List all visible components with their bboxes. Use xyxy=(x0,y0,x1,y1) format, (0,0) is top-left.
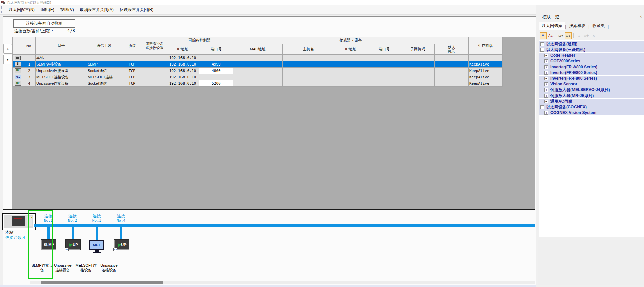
tree-item-2[interactable]: +Code Reader xyxy=(539,53,644,58)
cell-hostname[interactable] xyxy=(283,61,334,68)
cell-sensor-ip[interactable] xyxy=(334,80,367,87)
cell-comm-method[interactable]: Socket通信 xyxy=(87,80,121,87)
expand-icon[interactable]: + xyxy=(544,77,548,80)
cell-keepalive[interactable]: KeepAlive xyxy=(469,68,503,74)
expand-icon[interactable]: + xyxy=(544,54,548,57)
cell-model[interactable]: Unpassive连接设备 xyxy=(36,68,87,74)
expand-icon[interactable]: + xyxy=(544,82,548,86)
cell-plc-port[interactable] xyxy=(199,55,233,61)
tree-item-8[interactable]: +伺服放大器(MELSERVO-J4系列) xyxy=(539,87,644,93)
cell-model[interactable]: Unpassive连接设备 xyxy=(36,80,87,87)
cell-hostname[interactable] xyxy=(283,74,334,80)
cell-default-gateway[interactable] xyxy=(435,61,469,68)
cell-keepalive[interactable]: KeepAlive xyxy=(469,74,503,80)
table-row[interactable]: MEL3MELSOFT连接设备MELSOFT连接TCP192.168.0.10K… xyxy=(13,74,503,80)
tree-item-4[interactable]: +Inverter(FR-A800 Series) xyxy=(539,64,644,70)
tree-item-6[interactable]: +Inverter(FR-F800 Series) xyxy=(539,76,644,81)
expand-icon[interactable]: + xyxy=(544,71,548,75)
cell-plc-port[interactable]: 5200 xyxy=(199,80,233,87)
connection-table[interactable]: No.型号通信手段协议固定缓冲发 送接收设置可编程控制器传感器・设备生存确认IP… xyxy=(12,37,503,87)
tree-item-0[interactable]: +以太网设备(通用) xyxy=(539,41,644,47)
cell-hostname[interactable] xyxy=(283,80,334,87)
cell-plc-ip[interactable]: 192.168.0.10 xyxy=(166,68,199,74)
cell-mac[interactable] xyxy=(233,74,283,80)
cell-subnet-mask[interactable] xyxy=(401,68,435,74)
cell-mac[interactable] xyxy=(233,68,283,74)
menu-item-4[interactable]: 反映设置并关闭(R) xyxy=(117,6,157,14)
cell-fixed-buffer[interactable] xyxy=(143,80,166,87)
auto-detect-button[interactable]: 连接设备的自动检测 xyxy=(13,19,75,28)
cell-sensor-ip[interactable] xyxy=(334,55,367,61)
cell-fixed-buffer[interactable] xyxy=(143,61,166,68)
tab-0[interactable]: 以太网选择 xyxy=(539,22,565,30)
cell-sensor-ip[interactable] xyxy=(334,68,367,74)
menu-item-0[interactable]: 以太网配置(N) xyxy=(6,6,38,14)
cell-default-gateway[interactable] xyxy=(435,68,469,74)
cell-plc-port[interactable] xyxy=(199,74,233,80)
tree-item-5[interactable]: +Inverter(FR-E800 Series) xyxy=(539,70,644,75)
scroll-up-button[interactable]: ▲ xyxy=(3,44,12,54)
cell-hostname[interactable] xyxy=(283,55,334,61)
cell-fixed-buffer[interactable] xyxy=(143,55,166,61)
cell-keepalive[interactable]: KeepAlive xyxy=(469,61,503,68)
table-row[interactable]: UP4Unpassive连接设备Socket通信TCP192.168.0.105… xyxy=(13,80,503,87)
cell-sensor-ip[interactable] xyxy=(334,74,367,80)
cell-no[interactable]: 1 xyxy=(23,61,36,68)
melsoft-device-icon[interactable]: MEL xyxy=(89,240,104,253)
sort-az-icon[interactable]: A↓ xyxy=(547,32,554,39)
cell-model[interactable]: SLMP连接设备 xyxy=(36,61,87,68)
cell-plc-ip[interactable]: 192.168.0.10 xyxy=(166,80,199,87)
cell-protocol[interactable]: TCP xyxy=(121,68,143,74)
cell-mac[interactable] xyxy=(233,80,283,87)
cell-hostname[interactable] xyxy=(283,68,334,74)
collapse-icon[interactable]: − xyxy=(540,48,544,52)
cell-sensor-port[interactable] xyxy=(367,61,401,68)
cell-comm-method[interactable]: SLMP xyxy=(87,61,121,68)
cell-no[interactable]: 4 xyxy=(23,80,36,87)
expand-icon[interactable]: + xyxy=(544,88,548,92)
tree-item-11[interactable]: −以太网设备(COGNEX) xyxy=(539,104,644,110)
cell-subnet-mask[interactable] xyxy=(401,61,435,68)
expand-icon[interactable]: + xyxy=(544,94,548,98)
tree-item-12[interactable]: +COGNEX Vision System xyxy=(539,110,644,115)
unpassive-device-icon[interactable]: UP»» xyxy=(66,240,80,250)
horizontal-scrollbar[interactable] xyxy=(30,281,535,284)
tab-1[interactable]: 搜索模块 xyxy=(566,22,588,30)
cell-default-gateway[interactable] xyxy=(435,74,469,80)
cell-no[interactable]: 3 xyxy=(23,74,36,80)
table-row[interactable]: UP2Unpassive连接设备Socket通信TCP192.168.0.104… xyxy=(13,68,503,74)
cell-sensor-port[interactable] xyxy=(367,80,401,87)
cell-plc-port[interactable]: 4999 xyxy=(199,61,233,68)
cell-comm-method[interactable] xyxy=(87,55,121,61)
menu-item-3[interactable]: 取消设置并关闭(A) xyxy=(77,6,117,14)
cell-default-gateway[interactable] xyxy=(435,80,469,87)
collapse-icon[interactable]: − xyxy=(540,105,544,109)
cell-sensor-port[interactable] xyxy=(367,55,401,61)
tree-item-3[interactable]: +GOT2000Series xyxy=(539,58,644,64)
cell-protocol[interactable]: TCP xyxy=(121,61,143,68)
cell-plc-ip[interactable]: 192.168.0.10 xyxy=(166,61,199,68)
horizontal-scrollbar-thumb[interactable] xyxy=(41,281,163,284)
cell-no[interactable]: 2 xyxy=(23,68,36,74)
expand-all-icon[interactable]: ⊞▴ xyxy=(565,32,572,39)
table-row[interactable]: 本站192.168.0.10 xyxy=(13,55,503,61)
cell-sensor-port[interactable] xyxy=(367,68,401,74)
menu-item-2[interactable]: 视图(V) xyxy=(57,6,77,14)
tree-item-10[interactable]: +通用AC伺服 xyxy=(539,99,644,104)
cell-model[interactable]: 本站 xyxy=(36,55,87,61)
table-row[interactable]: S1SLMP连接设备SLMPTCP192.168.0.104999KeepAli… xyxy=(13,61,503,68)
cell-keepalive[interactable] xyxy=(469,55,503,61)
close-icon[interactable]: × xyxy=(640,14,642,19)
drag-handle-icon[interactable] xyxy=(539,14,540,20)
cell-mac[interactable] xyxy=(233,61,283,68)
cell-subnet-mask[interactable] xyxy=(401,74,435,80)
expand-icon[interactable]: + xyxy=(544,111,548,115)
tree-item-7[interactable]: +Vision Sensor xyxy=(539,81,644,87)
expand-icon[interactable]: + xyxy=(544,100,548,103)
tab-2[interactable]: 收藏夹 xyxy=(589,22,608,30)
tree-item-1[interactable]: −以太网设备(三菱电机) xyxy=(539,47,644,52)
scroll-down-button[interactable]: ▼ xyxy=(3,55,12,64)
cell-fixed-buffer[interactable] xyxy=(143,68,166,74)
cell-model[interactable]: MELSOFT连接设备 xyxy=(36,74,87,80)
cell-fixed-buffer[interactable] xyxy=(143,74,166,80)
